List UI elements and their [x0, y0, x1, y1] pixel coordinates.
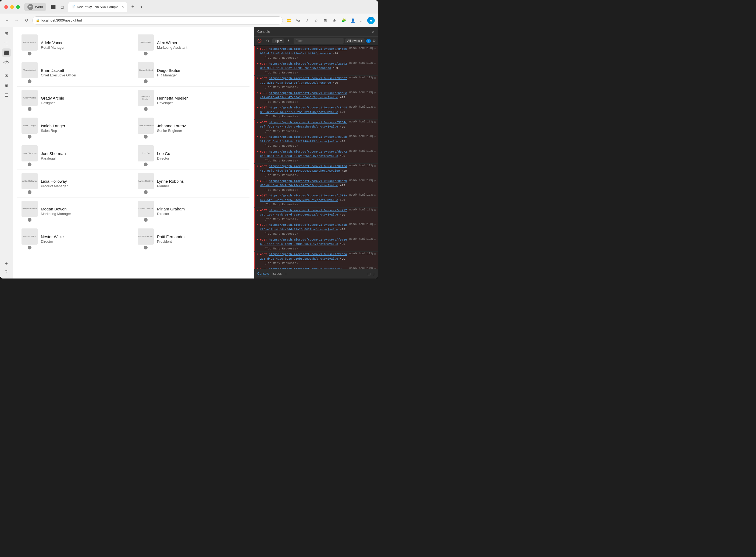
info-icon[interactable]: ℹ — [372, 223, 373, 226]
log-level-selector[interactable]: All levels ▾ — [345, 38, 365, 43]
console-close-button[interactable]: ✕ — [372, 30, 375, 34]
sidebar-favorites-icon[interactable]: ⊞ — [2, 29, 11, 38]
reload-button[interactable]: ↻ — [23, 17, 30, 24]
store-icon[interactable]: ⊘ — [374, 194, 376, 197]
console-filter-icon[interactable]: ⊘ — [264, 38, 271, 44]
sidebar-gear-icon[interactable]: ⚙ — [2, 81, 11, 90]
log-source[interactable]: nosdk.html:123 — [349, 238, 372, 240]
log-source[interactable]: nosdk.html:123 — [349, 252, 372, 255]
sidebar-add-icon[interactable]: ＋ — [2, 259, 11, 268]
person-card[interactable]: /Alex Wilber Alex Wilber Marketing Assis… — [133, 31, 250, 59]
profile-tab[interactable]: W Work — [24, 3, 46, 11]
split-screen-icon[interactable]: ⊟ — [321, 17, 329, 24]
footer-dock-icon[interactable]: ⊟ — [368, 272, 371, 276]
log-source[interactable]: nosdk.html:123 — [349, 194, 372, 197]
person-card[interactable]: /Adele Vance Adele Vance Retail Manager — [17, 31, 133, 59]
wallet-icon[interactable]: 💳 — [285, 17, 292, 24]
log-source[interactable]: nosdk.html:123 — [349, 179, 372, 182]
footer-tab-issues[interactable]: Issues — [272, 271, 282, 277]
info-icon[interactable]: ℹ — [372, 106, 373, 109]
settings-more-icon[interactable]: … — [358, 17, 366, 24]
person-card[interactable]: /Brian Jackett Brian Jackett Chief Execu… — [17, 59, 133, 87]
tab-close-button[interactable]: ✕ — [122, 5, 124, 9]
footer-popout-icon[interactable]: ⤴ — [373, 272, 375, 276]
store-icon[interactable]: ⊘ — [374, 62, 376, 65]
log-source[interactable]: nosdk.html:123 — [349, 150, 372, 153]
person-card[interactable]: /Miriam Graham Miriam Graham Director — [133, 198, 250, 225]
store-icon[interactable]: ⊘ — [374, 179, 376, 182]
store-icon[interactable]: ⊘ — [374, 208, 376, 212]
tab-menu-button[interactable]: ▾ — [138, 4, 145, 10]
info-icon[interactable]: ℹ — [372, 238, 373, 241]
tab-list-button[interactable]: ⬛ — [50, 3, 57, 11]
log-source[interactable]: nosdk.html:123 — [349, 91, 372, 94]
favorites-icon[interactable]: ☆ — [312, 17, 320, 24]
footer-add-tab-button[interactable]: + — [285, 272, 287, 276]
log-source[interactable]: nosdk.html:123 — [349, 76, 372, 79]
sidebar-mail-icon[interactable]: ✉ — [2, 71, 11, 80]
log-link[interactable]: https://graph.microsoft.com/v1.0/users/8… — [260, 179, 347, 187]
store-icon[interactable]: ⊘ — [374, 76, 376, 80]
log-link[interactable]: https://graph.microsoft.com/v1.0/users/6… — [260, 91, 347, 99]
store-icon[interactable]: ⊘ — [374, 135, 376, 138]
person-card[interactable]: /Johanna Lorenz Johanna Lorenz Senior En… — [133, 114, 250, 142]
sidebar-question-icon[interactable]: ? — [2, 268, 11, 276]
person-card[interactable]: /Nestor Wilke Nestor Wilke Director — [17, 225, 133, 253]
person-card[interactable]: /Lee Gu Lee Gu Director — [133, 142, 250, 170]
log-link[interactable]: https://graph.microsoft.com/v1.0/users/8… — [260, 165, 347, 173]
person-card[interactable]: /Megan Bowen Megan Bowen Marketing Manag… — [17, 198, 133, 225]
person-card[interactable]: /Isaiah Langer Isaiah Langer Sales Rep — [17, 114, 133, 142]
log-link[interactable]: https://graph.microsoft.com/v1.0/users/f… — [260, 238, 347, 246]
store-icon[interactable]: ⊘ — [374, 106, 376, 109]
console-filter-input[interactable] — [293, 38, 344, 44]
info-icon[interactable]: ℹ — [372, 62, 373, 65]
browser-tab[interactable]: 📄 Dev Proxy - No SDK Sample ✕ — [68, 2, 127, 12]
info-icon[interactable]: ℹ — [372, 91, 373, 94]
info-icon[interactable]: ℹ — [372, 194, 373, 197]
store-icon[interactable]: ⊘ — [374, 267, 376, 269]
minimize-button[interactable] — [10, 5, 14, 9]
console-eye-icon[interactable]: 👁 — [285, 38, 292, 44]
person-card[interactable]: /Joni Sherman Joni Sherman Paralegal — [17, 142, 133, 170]
close-button[interactable] — [4, 5, 8, 9]
maximize-button[interactable] — [16, 5, 20, 9]
share-icon[interactable]: ⤴ — [303, 17, 311, 24]
back-button[interactable]: ← — [3, 17, 11, 24]
log-source[interactable]: nosdk.html:123 — [349, 223, 372, 226]
log-link[interactable]: https://graph.microsoft.com/v1.0/users/9… — [260, 223, 347, 231]
store-icon[interactable]: ⊘ — [374, 91, 376, 94]
person-card[interactable]: /Grady Archie Grady Archie Designer — [17, 87, 133, 114]
log-link[interactable]: https://graph.microsoft.com/v1.0/users/5… — [260, 121, 347, 128]
sidebar-menu-icon[interactable]: ☰ — [2, 91, 11, 99]
split-view-button[interactable]: ◻ — [59, 3, 66, 11]
read-aloud-icon[interactable]: Aa — [294, 17, 302, 24]
sidebar-devtools-icon[interactable]: </> — [2, 58, 11, 67]
info-icon[interactable]: ℹ — [372, 252, 373, 256]
info-icon[interactable]: ℹ — [372, 179, 373, 182]
store-icon[interactable]: ⊘ — [374, 150, 376, 153]
url-bar[interactable]: 🔒 localhost:3000/nosdk.html — [32, 17, 283, 25]
log-source[interactable]: nosdk.html:123 — [349, 164, 372, 167]
sidebar-collections-icon[interactable]: ⬚ — [2, 39, 11, 47]
log-source[interactable]: nosdk.html:123 — [349, 267, 372, 269]
info-icon[interactable]: ℹ — [372, 120, 373, 124]
info-icon[interactable]: ℹ — [372, 164, 373, 168]
forward-button[interactable]: → — [13, 17, 21, 24]
person-card[interactable]: /Diego Siciliani Diego Siciliani HR Mana… — [133, 59, 250, 87]
person-card[interactable]: /Lynne Robbins Lynne Robbins Planner — [133, 170, 250, 198]
top-context-selector[interactable]: top ▾ — [272, 38, 284, 43]
log-link[interactable]: https://graph.microsoft.com/v1.0/users/f… — [260, 253, 347, 261]
sidebar-history-icon[interactable]: ⬛ — [2, 49, 11, 57]
footer-tab-console[interactable]: Console — [257, 271, 269, 277]
console-clear-button[interactable]: 🚫 — [256, 38, 263, 44]
info-icon[interactable]: ℹ — [372, 267, 373, 269]
log-source[interactable]: nosdk.html:123 — [349, 47, 372, 50]
info-icon[interactable]: ℹ — [372, 47, 373, 50]
store-icon[interactable]: ⊘ — [374, 223, 376, 226]
edge-copilot-icon[interactable]: e — [367, 17, 375, 24]
log-source[interactable]: nosdk.html:123 — [349, 208, 372, 211]
extensions-icon[interactable]: 🧩 — [340, 17, 347, 24]
account-icon[interactable]: 👤 — [349, 17, 356, 24]
info-icon[interactable]: ℹ — [372, 135, 373, 138]
log-source[interactable]: nosdk.html:123 — [349, 120, 372, 123]
